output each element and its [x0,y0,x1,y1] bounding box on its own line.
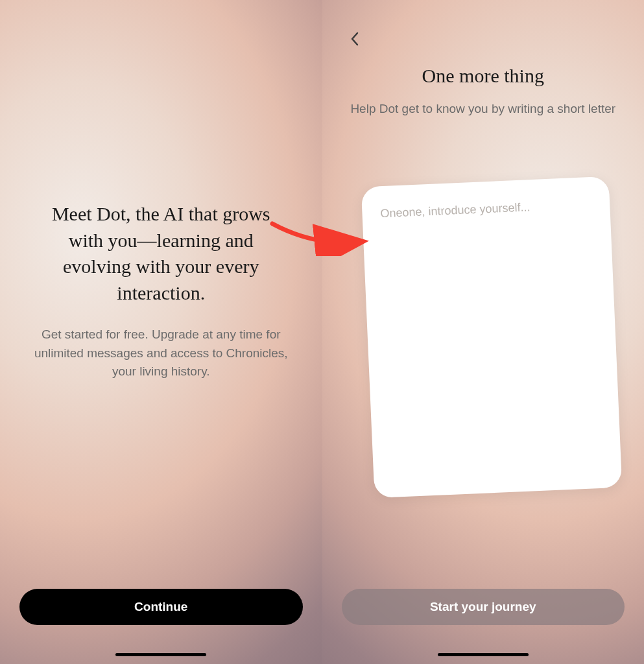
intro-subtext: Get started for free. Upgrade at any tim… [32,326,290,381]
back-button[interactable] [342,26,368,52]
continue-button-label: Continue [134,600,187,614]
start-journey-button[interactable]: Start your journey [342,589,625,625]
start-journey-button-label: Start your journey [430,600,536,614]
intro-content: Meet Dot, the AI that grows with you—lea… [32,201,290,381]
home-indicator[interactable] [115,653,206,656]
continue-button[interactable]: Continue [19,589,303,625]
chevron-left-icon [350,32,359,46]
letter-input[interactable] [361,176,621,498]
letter-title: One more thing [348,65,619,87]
letter-header: One more thing Help Dot get to know you … [348,65,619,119]
onboarding-screen-letter: One more thing Help Dot get to know you … [322,0,645,664]
intro-headline: Meet Dot, the AI that grows with you—lea… [32,201,290,306]
onboarding-screen-intro: Meet Dot, the AI that grows with you—lea… [0,0,322,664]
letter-card-wrapper [368,182,615,493]
home-indicator[interactable] [438,653,529,656]
letter-subtext: Help Dot get to know you by writing a sh… [348,100,619,119]
